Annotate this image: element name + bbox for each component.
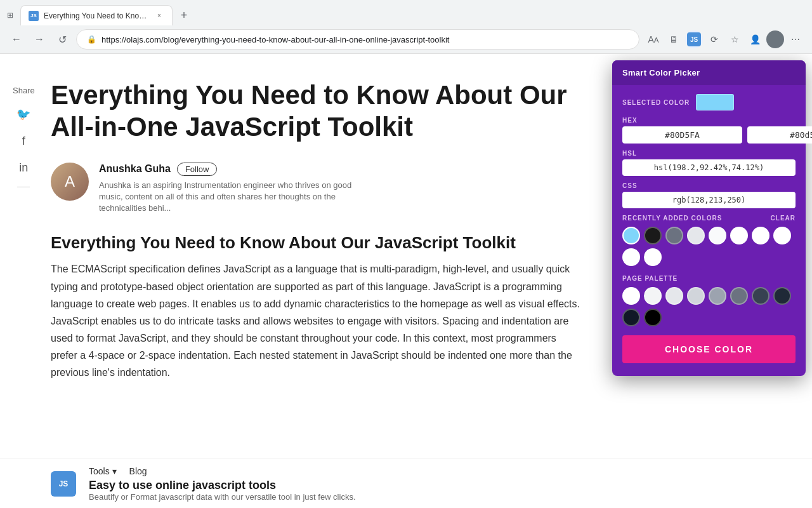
page-palette-colors — [622, 287, 796, 326]
author-avatar-image: A — [51, 163, 89, 201]
address-input[interactable]: 🔒 https://olajs.com/blog/everything-you-… — [76, 29, 639, 50]
palette-dot-7[interactable] — [773, 287, 791, 305]
grid-icon[interactable]: ⊞ — [5, 10, 15, 20]
share-sidebar: Share 🐦 f in — [13, 86, 35, 187]
selected-color-swatch[interactable] — [696, 94, 734, 110]
article-title: Everything You Need to Know About Our Al… — [51, 79, 584, 144]
author-bio: Anushka is an aspiring Instrumentation e… — [99, 180, 353, 215]
bottom-nav: Tools ▾ Blog — [89, 466, 761, 476]
tab-title: Everything You Need to Know... — [44, 11, 149, 20]
bottom-section: JS Tools ▾ Blog Easy to use online javas… — [0, 458, 812, 508]
css-label: CSS — [622, 182, 796, 189]
browser-chrome: ⊞ JS Everything You Need to Know... × + … — [0, 0, 812, 54]
bottom-nav-blog[interactable]: Blog — [129, 466, 147, 476]
reload-button[interactable]: ↺ — [53, 30, 71, 48]
recent-color-dot-0[interactable] — [622, 227, 640, 244]
palette-dot-6[interactable] — [752, 287, 769, 305]
palette-dot-0[interactable] — [622, 287, 640, 305]
tab-bar: ⊞ JS Everything You Need to Know... × + — [0, 0, 812, 25]
page-palette-label: PAGE PALETTE — [622, 275, 678, 282]
hsl-input[interactable] — [622, 159, 796, 176]
hex-upper-input[interactable] — [622, 126, 742, 144]
recently-added-label: RECENTLY ADDED COLORS — [622, 215, 722, 222]
profile-avatar[interactable] — [766, 30, 784, 48]
bookmark-icon[interactable]: ☆ — [726, 30, 743, 48]
ext-logo: JS — [687, 32, 701, 46]
hex-label: HEX — [622, 117, 796, 124]
lock-icon: 🔒 — [87, 35, 96, 44]
recent-color-dot-1[interactable] — [644, 227, 662, 244]
address-bar: ← → ↺ 🔒 https://olajs.com/blog/everythin… — [0, 25, 812, 53]
picker-header: Smart Color Picker — [612, 60, 806, 85]
url-text: https://olajs.com/blog/everything-you-ne… — [102, 35, 629, 44]
browser-tab-active[interactable]: JS Everything You Need to Know... × — [20, 5, 173, 25]
profile-sync-icon[interactable]: 👤 — [746, 30, 764, 48]
picker-body: SELECTED COLOR HEX HSL CSS RECENTLY ADDE… — [612, 85, 806, 326]
more-options-icon[interactable]: ⋯ — [787, 30, 804, 48]
new-tab-button[interactable]: + — [175, 6, 193, 24]
palette-dot-1[interactable] — [644, 287, 662, 305]
section-heading: Everything You Need to Know About Our Ja… — [51, 233, 584, 253]
bottom-subtitle: Beautify or Format javascript data with … — [89, 492, 761, 502]
share-label: Share — [13, 86, 35, 95]
tab-icon-nav: ⊞ — [5, 10, 15, 20]
article-body: The ECMAScript specification defines Jav… — [51, 260, 584, 381]
color-picker-panel: Smart Color Picker SELECTED COLOR HEX HS… — [612, 60, 806, 376]
author-section: A Anushka Guha Follow Anushka is an aspi… — [51, 163, 584, 215]
translate-icon[interactable]: AA — [645, 30, 662, 48]
twitter-share-icon[interactable]: 🐦 — [13, 104, 34, 124]
hsl-label: HSL — [622, 150, 796, 157]
palette-dot-3[interactable] — [687, 287, 705, 305]
tab-favicon: JS — [29, 11, 39, 21]
author-name-row: Anushka Guha Follow — [99, 163, 584, 176]
article-container: Everything You Need to Know About Our Al… — [0, 54, 634, 407]
bottom-logo: JS — [51, 471, 76, 497]
selected-color-row: SELECTED COLOR — [622, 94, 796, 110]
hex-row — [622, 126, 796, 144]
author-info: Anushka Guha Follow Anushka is an aspiri… — [99, 163, 584, 215]
page-content: Share 🐦 f in Everything You Need to Know… — [0, 54, 812, 508]
recent-color-dot-3[interactable] — [687, 227, 705, 244]
share-divider — [17, 187, 30, 187]
recent-color-dot-6[interactable] — [752, 227, 769, 244]
cast-icon[interactable]: 🖥 — [665, 30, 683, 48]
recent-color-dot-7[interactable] — [773, 227, 791, 244]
linkedin-share-icon[interactable]: in — [13, 157, 34, 178]
palette-dot-5[interactable] — [730, 287, 748, 305]
follow-button[interactable]: Follow — [177, 163, 218, 176]
hex-lower-input[interactable] — [747, 126, 812, 144]
bottom-nav-tools[interactable]: Tools ▾ — [89, 466, 117, 476]
picker-title: Smart Color Picker — [622, 68, 700, 77]
settings-icon[interactable]: ⟳ — [705, 30, 723, 48]
recent-color-dot-5[interactable] — [730, 227, 748, 244]
back-button[interactable]: ← — [8, 30, 25, 48]
recent-color-dot-8[interactable] — [622, 248, 640, 266]
clear-button[interactable]: CLEAR — [771, 215, 796, 222]
choose-color-button[interactable]: CHOOSE COLOR — [622, 335, 796, 363]
author-avatar: A — [51, 163, 89, 201]
extension-active-icon[interactable]: JS — [685, 30, 703, 48]
css-input[interactable] — [622, 192, 796, 208]
palette-dot-9[interactable] — [644, 309, 662, 326]
recently-added-section-row: RECENTLY ADDED COLORS CLEAR — [622, 215, 796, 222]
recent-color-dot-4[interactable] — [709, 227, 726, 244]
recent-color-dot-9[interactable] — [644, 248, 662, 266]
bottom-title: Easy to use online javascript tools — [89, 479, 761, 492]
palette-dot-4[interactable] — [709, 287, 726, 305]
palette-dot-2[interactable] — [665, 287, 683, 305]
author-name: Anushka Guha — [99, 163, 171, 175]
forward-button[interactable]: → — [30, 30, 48, 48]
page-palette-section-row: PAGE PALETTE — [622, 275, 796, 282]
palette-dot-8[interactable] — [622, 309, 640, 326]
selected-color-label: SELECTED COLOR — [622, 99, 690, 106]
facebook-share-icon[interactable]: f — [13, 131, 34, 151]
recently-added-colors — [622, 227, 796, 266]
recent-color-dot-2[interactable] — [665, 227, 683, 244]
toolbar-icons: AA 🖥 JS ⟳ ☆ 👤 ⋯ — [645, 30, 804, 48]
choose-color-btn-container: CHOOSE COLOR — [612, 335, 806, 363]
tab-close-button[interactable]: × — [154, 11, 164, 21]
